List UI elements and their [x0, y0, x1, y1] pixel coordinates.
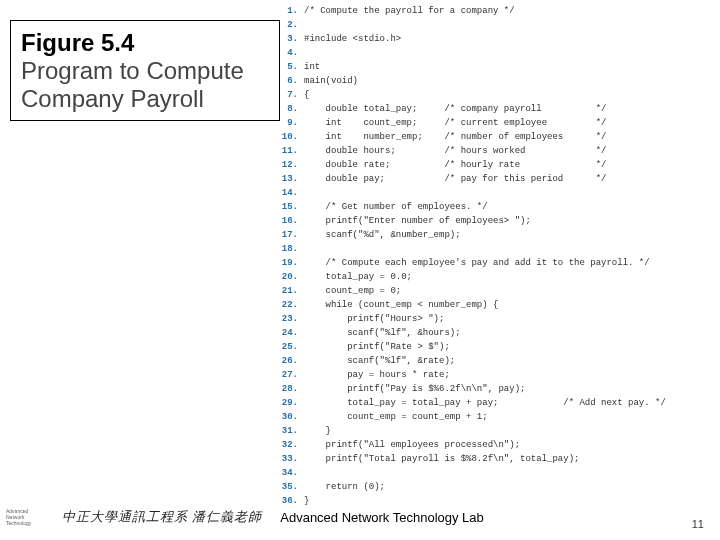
- code-text: double hours; /* hours worked */: [304, 144, 720, 158]
- code-line: 8. double total_pay; /* company payroll …: [280, 102, 720, 116]
- code-line: 17. scanf("%d", &number_emp);: [280, 228, 720, 242]
- code-text: printf("All employees processed\n");: [304, 438, 720, 452]
- code-text: double rate; /* hourly rate */: [304, 158, 720, 172]
- line-number: 10.: [280, 130, 304, 144]
- code-line: 34.: [280, 466, 720, 480]
- line-number: 29.: [280, 396, 304, 410]
- line-number: 16.: [280, 214, 304, 228]
- code-line: 29. total_pay = total_pay + pay; /* Add …: [280, 396, 720, 410]
- line-number: 1.: [280, 4, 304, 18]
- code-text: double total_pay; /* company payroll */: [304, 102, 720, 116]
- code-text: /* Get number of employees. */: [304, 200, 720, 214]
- line-number: 3.: [280, 32, 304, 46]
- code-text: pay = hours * rate;: [304, 368, 720, 382]
- line-number: 5.: [280, 60, 304, 74]
- line-number: 30.: [280, 410, 304, 424]
- line-number: 32.: [280, 438, 304, 452]
- code-text: printf("Hours> ");: [304, 312, 720, 326]
- slide-footer: Advanced Network Technology 中正大學通訊工程系 潘仁…: [0, 502, 720, 532]
- code-text: int: [304, 60, 720, 74]
- line-number: 20.: [280, 270, 304, 284]
- line-number: 28.: [280, 382, 304, 396]
- code-text: total_pay = total_pay + pay; /* Add next…: [304, 396, 720, 410]
- code-line: 13. double pay; /* pay for this period *…: [280, 172, 720, 186]
- code-listing: 1./* Compute the payroll for a company *…: [280, 0, 720, 500]
- code-line: 32. printf("All employees processed\n");: [280, 438, 720, 452]
- line-number: 13.: [280, 172, 304, 186]
- line-number: 8.: [280, 102, 304, 116]
- code-text: main(void): [304, 74, 720, 88]
- code-line: 35. return (0);: [280, 480, 720, 494]
- code-line: 22. while (count_emp < number_emp) {: [280, 298, 720, 312]
- code-line: 11. double hours; /* hours worked */: [280, 144, 720, 158]
- code-line: 1./* Compute the payroll for a company *…: [280, 4, 720, 18]
- line-number: 21.: [280, 284, 304, 298]
- code-text: total_pay = 0.0;: [304, 270, 720, 284]
- line-number: 23.: [280, 312, 304, 326]
- code-line: 20. total_pay = 0.0;: [280, 270, 720, 284]
- code-line: 10. int number_emp; /* number of employe…: [280, 130, 720, 144]
- line-number: 24.: [280, 326, 304, 340]
- code-text: [304, 46, 720, 60]
- line-number: 9.: [280, 116, 304, 130]
- code-line: 19. /* Compute each employee's pay and a…: [280, 256, 720, 270]
- line-number: 17.: [280, 228, 304, 242]
- code-text: /* Compute each employee's pay and add i…: [304, 256, 720, 270]
- code-text: printf("Total payroll is $%8.2f\n", tota…: [304, 452, 720, 466]
- line-number: 18.: [280, 242, 304, 256]
- code-text: while (count_emp < number_emp) {: [304, 298, 720, 312]
- code-text: count_emp = 0;: [304, 284, 720, 298]
- code-text: printf("Rate > $");: [304, 340, 720, 354]
- line-number: 26.: [280, 354, 304, 368]
- line-number: 6.: [280, 74, 304, 88]
- figure-number: Figure 5.4: [21, 29, 269, 57]
- lab-logo: Advanced Network Technology: [6, 502, 56, 532]
- code-text: double pay; /* pay for this period */: [304, 172, 720, 186]
- line-number: 35.: [280, 480, 304, 494]
- code-text: }: [304, 424, 720, 438]
- code-text: int count_emp; /* current employee */: [304, 116, 720, 130]
- line-number: 34.: [280, 466, 304, 480]
- code-text: [304, 186, 720, 200]
- line-number: 11.: [280, 144, 304, 158]
- code-line: 2.: [280, 18, 720, 32]
- line-number: 22.: [280, 298, 304, 312]
- line-number: 33.: [280, 452, 304, 466]
- code-text: #include <stdio.h>: [304, 32, 720, 46]
- code-text: scanf("%lf", &rate);: [304, 354, 720, 368]
- code-text: scanf("%d", &number_emp);: [304, 228, 720, 242]
- footer-lab-name: Advanced Network Technology Lab: [280, 510, 484, 525]
- line-number: 15.: [280, 200, 304, 214]
- code-line: 6.main(void): [280, 74, 720, 88]
- code-text: return (0);: [304, 480, 720, 494]
- line-number: 25.: [280, 340, 304, 354]
- code-line: 31. }: [280, 424, 720, 438]
- line-number: 7.: [280, 88, 304, 102]
- line-number: 19.: [280, 256, 304, 270]
- code-line: 7.{: [280, 88, 720, 102]
- code-line: 27. pay = hours * rate;: [280, 368, 720, 382]
- code-line: 16. printf("Enter number of employees> "…: [280, 214, 720, 228]
- code-text: {: [304, 88, 720, 102]
- code-line: 28. printf("Pay is $%6.2f\n\n", pay);: [280, 382, 720, 396]
- page-number: 11: [692, 518, 704, 530]
- code-line: 4.: [280, 46, 720, 60]
- code-text: printf("Pay is $%6.2f\n\n", pay);: [304, 382, 720, 396]
- code-line: 3.#include <stdio.h>: [280, 32, 720, 46]
- line-number: 12.: [280, 158, 304, 172]
- line-number: 27.: [280, 368, 304, 382]
- code-line: 25. printf("Rate > $");: [280, 340, 720, 354]
- footer-affiliation-zh: 中正大學通訊工程系 潘仁義老師: [62, 508, 262, 526]
- line-number: 14.: [280, 186, 304, 200]
- line-number: 4.: [280, 46, 304, 60]
- code-line: 33. printf("Total payroll is $%8.2f\n", …: [280, 452, 720, 466]
- figure-description: Program to Compute Company Payroll: [21, 57, 269, 112]
- code-line: 21. count_emp = 0;: [280, 284, 720, 298]
- code-line: 23. printf("Hours> ");: [280, 312, 720, 326]
- figure-caption: Figure 5.4 Program to Compute Company Pa…: [10, 20, 280, 121]
- code-line: 5.int: [280, 60, 720, 74]
- code-text: count_emp = count_emp + 1;: [304, 410, 720, 424]
- code-text: [304, 18, 720, 32]
- code-line: 18.: [280, 242, 720, 256]
- code-text: int number_emp; /* number of employees *…: [304, 130, 720, 144]
